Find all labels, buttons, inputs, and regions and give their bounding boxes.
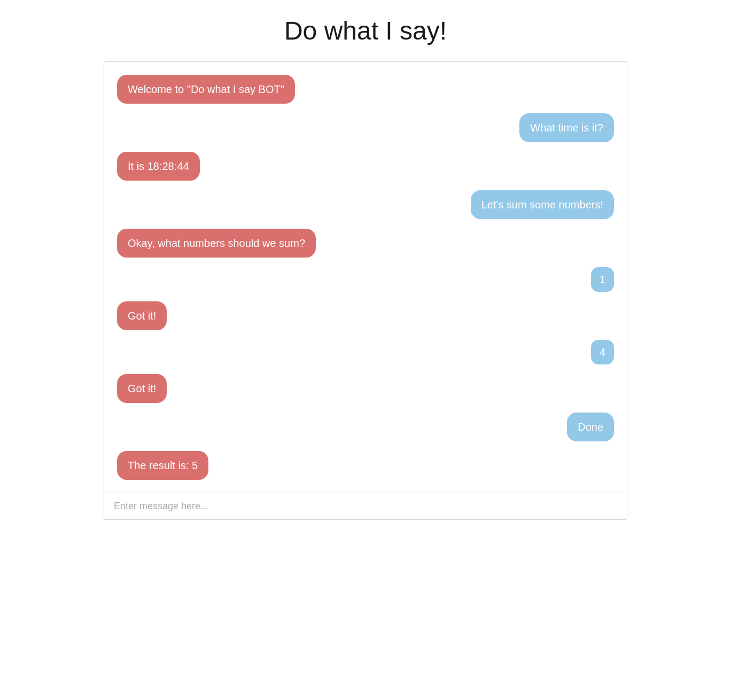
message-bubble-4: Let's sum some numbers! <box>471 190 614 219</box>
message-row: Welcome to "Do what I say BOT" <box>117 75 614 104</box>
message-row: Okay, what numbers should we sum? <box>117 229 614 258</box>
message-bubble-3: It is 18:28:44 <box>117 152 200 181</box>
message-row: It is 18:28:44 <box>117 152 614 181</box>
message-row: 1 <box>117 267 614 292</box>
message-bubble-6: 1 <box>591 267 614 292</box>
message-row: What time is it? <box>117 113 614 142</box>
message-bubble-1: Welcome to "Do what I say BOT" <box>117 75 295 104</box>
message-bubble-7: Got it! <box>117 301 167 330</box>
message-bubble-8: 4 <box>591 340 614 364</box>
message-row: Got it! <box>117 301 614 330</box>
message-row: 4 <box>117 340 614 364</box>
message-bubble-10: Done <box>567 413 614 441</box>
message-row: Done <box>117 413 614 441</box>
message-row: Got it! <box>117 374 614 403</box>
page-title: Do what I say! <box>284 16 447 45</box>
message-bubble-9: Got it! <box>117 374 167 403</box>
chat-input[interactable] <box>114 501 617 512</box>
message-row: Let's sum some numbers! <box>117 190 614 219</box>
message-bubble-2: What time is it? <box>519 113 614 142</box>
chat-messages: Welcome to "Do what I say BOT"What time … <box>104 62 627 493</box>
message-bubble-5: Okay, what numbers should we sum? <box>117 229 316 258</box>
message-row: The result is: 5 <box>117 451 614 480</box>
chat-container: Welcome to "Do what I say BOT"What time … <box>104 61 627 520</box>
chat-input-area <box>104 493 627 519</box>
message-bubble-11: The result is: 5 <box>117 451 208 480</box>
